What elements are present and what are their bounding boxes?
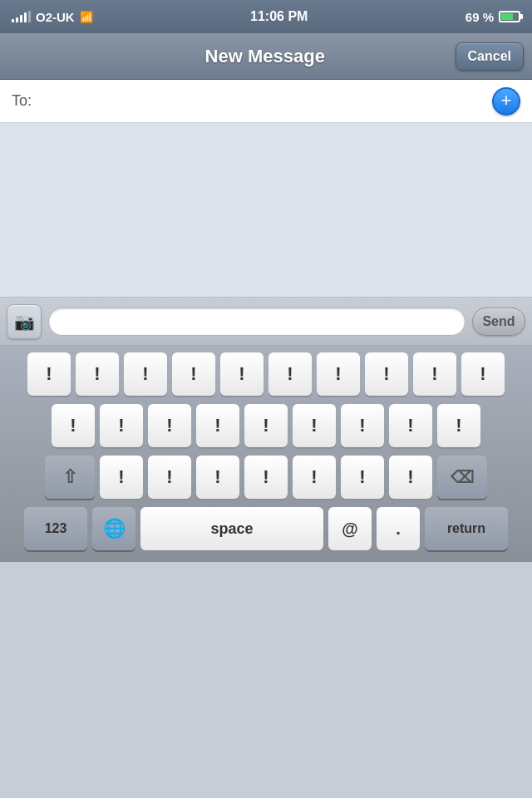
status-time: 11:06 PM [250, 9, 308, 24]
space-button[interactable]: space [140, 507, 323, 550]
key-h[interactable]: ! [293, 404, 336, 447]
key-q[interactable]: ! [27, 352, 71, 396]
key-a[interactable]: ! [52, 404, 95, 447]
key-k[interactable]: ! [389, 404, 432, 447]
camera-icon: 📷 [14, 312, 35, 332]
keyboard-row-3: ⇧ ! ! ! ! ! ! ! ⌫ [3, 456, 529, 499]
message-input[interactable] [48, 308, 466, 336]
key-p[interactable]: ! [461, 352, 505, 396]
cancel-button[interactable]: Cancel [456, 42, 524, 71]
signal-icon [12, 11, 31, 22]
delete-icon: ⌫ [451, 467, 474, 487]
keyboard-row-4: 123 🌐 space @ . return [3, 507, 529, 550]
key-w[interactable]: ! [76, 352, 119, 396]
key-v[interactable]: ! [244, 456, 288, 499]
battery-label: 69 % [466, 10, 494, 24]
keyboard-row-1: ! ! ! ! ! ! ! ! ! ! [3, 352, 529, 396]
key-r[interactable]: ! [172, 352, 215, 396]
shift-icon: ⇧ [62, 466, 77, 488]
globe-icon: 🌐 [103, 518, 126, 539]
battery-fill [501, 13, 513, 20]
nav-bar: New Message Cancel [0, 33, 532, 80]
key-l[interactable]: ! [437, 404, 480, 447]
key-z[interactable]: ! [100, 456, 143, 499]
key-u[interactable]: ! [317, 352, 360, 396]
numbers-button[interactable]: 123 [24, 507, 87, 550]
key-b[interactable]: ! [293, 456, 336, 499]
add-contact-button[interactable]: + [492, 87, 520, 116]
key-t[interactable]: ! [220, 352, 264, 396]
to-label: To: [12, 92, 32, 110]
shift-button[interactable]: ⇧ [45, 456, 95, 499]
status-left: O2-UK 📶 [12, 10, 93, 24]
key-i[interactable]: ! [365, 352, 408, 396]
key-f[interactable]: ! [196, 404, 239, 447]
key-e[interactable]: ! [124, 352, 167, 396]
key-c[interactable]: ! [196, 456, 239, 499]
input-toolbar: 📷 Send [0, 298, 532, 346]
key-y[interactable]: ! [268, 352, 312, 396]
camera-button[interactable]: 📷 [7, 304, 42, 339]
status-bar: O2-UK 📶 11:06 PM 69 % [0, 0, 532, 33]
key-j[interactable]: ! [341, 404, 384, 447]
wifi-icon: 📶 [80, 11, 93, 23]
key-o[interactable]: ! [413, 352, 456, 396]
carrier-label: O2-UK [36, 10, 75, 24]
key-d[interactable]: ! [148, 404, 191, 447]
keyboard-row-2: ! ! ! ! ! ! ! ! ! [3, 404, 529, 447]
to-input[interactable] [38, 92, 492, 110]
plus-icon: + [501, 91, 512, 110]
at-button[interactable]: @ [328, 507, 372, 550]
to-field: To: + [0, 80, 532, 123]
key-m[interactable]: ! [389, 456, 432, 499]
nav-title: New Message [75, 46, 456, 67]
period-button[interactable]: . [377, 507, 420, 550]
keyboard: ! ! ! ! ! ! ! ! ! ! ! ! ! ! ! ! ! ! ! ⇧ … [0, 346, 532, 562]
status-right: 69 % [466, 10, 520, 24]
return-button[interactable]: return [425, 507, 508, 550]
battery-icon [499, 11, 520, 22]
key-x[interactable]: ! [148, 456, 191, 499]
key-n[interactable]: ! [341, 456, 384, 499]
send-button[interactable]: Send [472, 308, 525, 336]
globe-button[interactable]: 🌐 [92, 507, 135, 550]
delete-button[interactable]: ⌫ [437, 456, 487, 499]
key-g[interactable]: ! [244, 404, 288, 447]
message-area[interactable] [0, 123, 532, 298]
key-s[interactable]: ! [100, 404, 143, 447]
